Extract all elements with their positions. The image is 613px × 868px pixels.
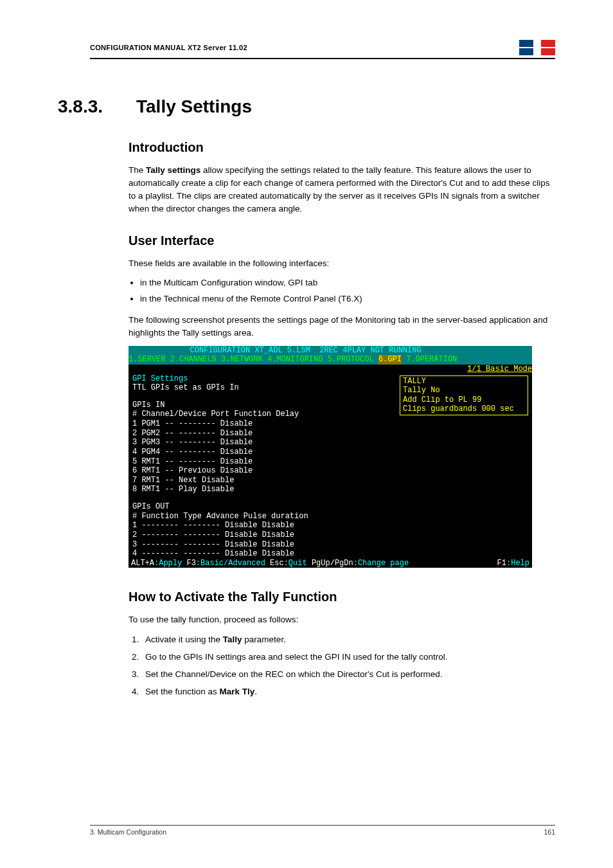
terminal-screenshot: CONFIGURATION XT_ADL 5.LSM 2REC 4PLAY NO… bbox=[129, 346, 532, 568]
footer-page-number: 161 bbox=[544, 828, 555, 836]
ui-list-item-1: in the Multicam Configuration window, GP… bbox=[140, 276, 555, 290]
term-mode: 1/1 Basic Mode bbox=[467, 365, 532, 374]
in-row-8: 8 RMT1 -- Play Disable bbox=[132, 485, 396, 494]
in-row-6: 6 RMT1 -- Previous Disable bbox=[132, 466, 396, 476]
evs-logo bbox=[519, 40, 555, 55]
gpis-in-label: GPIs IN bbox=[132, 401, 396, 410]
tally-box: TALLY Tally No Add Clip to PL 99 Clips g… bbox=[400, 375, 528, 416]
intro-paragraph: The Tally settings allow specifying the … bbox=[129, 164, 555, 215]
in-row-3: 3 PGM3 -- -------- Disable bbox=[132, 438, 396, 448]
in-row-2: 2 PGM2 -- -------- Disable bbox=[132, 429, 396, 439]
ttl-line: TTL GPIs set as GPIs In bbox=[132, 383, 396, 393]
intro-heading: Introduction bbox=[129, 140, 555, 155]
section-number: 3.8.3. bbox=[58, 96, 116, 117]
in-header: # Channel/Device Port Function Delay bbox=[132, 410, 396, 419]
out-row-1: 1 -------- -------- Disable Disable bbox=[132, 521, 396, 530]
out-row-3: 3 -------- -------- Disable Disable bbox=[132, 540, 396, 550]
howto-intro: To use the tally function, proceed as fo… bbox=[129, 613, 555, 626]
term-tabs-end: 7.OPERATION bbox=[402, 355, 457, 365]
in-row-5: 5 RMT1 -- -------- Disable bbox=[132, 457, 396, 467]
term-tab-active: 6.GPI bbox=[378, 355, 402, 365]
howto-step-2: Go to the GPIs IN settings area and sele… bbox=[141, 650, 555, 665]
fk-f1: F1 bbox=[497, 559, 506, 568]
term-tabs: 1.SERVER 2.CHANNELS 3.NETWORK 4.MONITORI… bbox=[129, 355, 378, 365]
in-row-4: 4 PGM4 -- -------- Disable bbox=[132, 448, 396, 457]
out-header: # Function Type Advance Pulse duration bbox=[132, 512, 396, 521]
term-title: CONFIGURATION XT_ADL 5.LSM 2REC 4PLAY NO… bbox=[129, 346, 532, 356]
fk-f3: F3 bbox=[186, 559, 195, 568]
section-title: Tally Settings bbox=[136, 96, 252, 117]
howto-heading: How to Activate the Tally Function bbox=[129, 590, 555, 604]
out-row-4: 4 -------- -------- Disable Disable bbox=[132, 549, 396, 559]
doc-header-title: CONFIGURATION MANUAL XT2 Server 11.02 bbox=[90, 44, 247, 51]
tally-add-clip: Add Clip to PL 99 bbox=[403, 395, 525, 405]
gpi-settings-label: GPI Settings bbox=[132, 374, 396, 384]
section-heading: 3.8.3. Tally Settings bbox=[58, 96, 555, 117]
fk-esc: Esc bbox=[270, 559, 284, 568]
tally-heading: TALLY bbox=[403, 377, 525, 386]
tally-no: Tally No bbox=[403, 386, 525, 395]
fk-alta: ALT+A bbox=[131, 559, 154, 568]
ui-intro-text: These fields are available in the follow… bbox=[129, 257, 555, 270]
in-row-1: 1 PGM1 -- -------- Disable bbox=[132, 419, 396, 429]
gpis-out-label: GPIs OUT bbox=[132, 502, 396, 512]
howto-step-1: Activate it using the Tally parameter. bbox=[141, 633, 555, 647]
fk-pg: PgUp/PgDn bbox=[312, 559, 353, 568]
footer-left: 3. Multicam Configuration bbox=[90, 828, 166, 836]
ui-heading: User Interface bbox=[129, 233, 555, 248]
ui-screenshot-text: The following screenshot presents the se… bbox=[129, 314, 555, 339]
howto-step-4: Set the function as Mark Tly. bbox=[141, 685, 555, 700]
howto-step-3: Set the Channel/Device on the REC on whi… bbox=[141, 667, 555, 682]
out-row-2: 2 -------- -------- Disable Disable bbox=[132, 530, 396, 540]
ui-list-item-2: in the Technical menu of the Remote Cont… bbox=[140, 293, 555, 306]
in-row-7: 7 RMT1 -- Next Disable bbox=[132, 476, 396, 485]
tally-clips-gb: Clips guardbands 000 sec bbox=[403, 404, 525, 414]
